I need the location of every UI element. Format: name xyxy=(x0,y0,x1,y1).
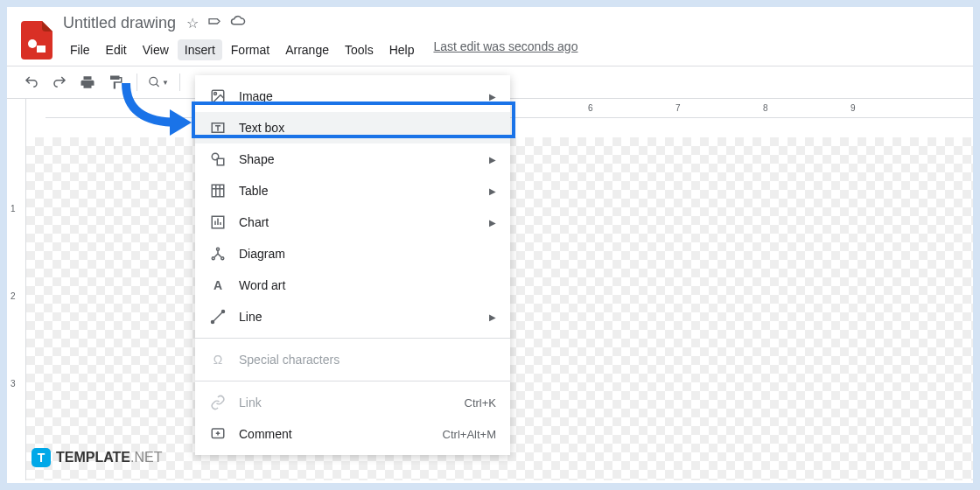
menu-edit[interactable]: Edit xyxy=(99,39,134,60)
menu-label: Word art xyxy=(239,278,285,292)
svg-point-11 xyxy=(212,257,214,260)
separator xyxy=(136,74,137,91)
menu-label: Text box xyxy=(239,121,284,135)
insert-line[interactable]: Line▶ xyxy=(195,301,510,332)
vertical-ruler: 1 2 3 xyxy=(7,99,26,480)
shortcut: Ctrl+K xyxy=(465,396,496,410)
menu-label: Line xyxy=(239,310,262,324)
insert-link[interactable]: LinkCtrl+K xyxy=(195,387,510,418)
table-icon xyxy=(209,182,227,200)
shape-icon xyxy=(209,150,227,168)
menu-label: Chart xyxy=(239,215,269,229)
ruler-tick: 9 xyxy=(850,103,856,113)
menubar: File Edit View Insert Format Arrange Too… xyxy=(63,36,578,66)
header: Untitled drawing ☆ File Edit View Insert… xyxy=(7,7,973,66)
svg-rect-8 xyxy=(212,185,224,197)
chevron-right-icon: ▶ xyxy=(489,186,496,196)
menu-label: Link xyxy=(239,396,262,410)
diagram-icon xyxy=(209,245,227,262)
document-title[interactable]: Untitled drawing xyxy=(63,14,176,32)
chart-icon xyxy=(209,214,227,231)
chevron-right-icon: ▶ xyxy=(489,218,496,228)
link-icon xyxy=(209,394,227,411)
ruler-tick: 6 xyxy=(588,103,593,113)
chevron-right-icon: ▶ xyxy=(489,155,496,164)
watermark-brand: TEMPLATE xyxy=(56,450,130,465)
app-window: Untitled drawing ☆ File Edit View Insert… xyxy=(7,7,973,483)
ruler-tick: 1 xyxy=(10,204,16,214)
separator xyxy=(195,338,510,339)
line-icon xyxy=(209,308,227,326)
svg-point-13 xyxy=(212,321,214,324)
move-icon[interactable] xyxy=(207,15,221,32)
textbox-icon xyxy=(209,119,227,136)
menu-view[interactable]: View xyxy=(136,39,176,60)
ruler-tick: 8 xyxy=(763,103,768,113)
separator xyxy=(195,381,510,382)
ruler-tick: 3 xyxy=(10,379,16,388)
image-icon xyxy=(209,88,227,105)
svg-point-10 xyxy=(217,248,220,250)
menu-label: Diagram xyxy=(239,247,285,261)
menu-label: Special characters xyxy=(239,353,340,367)
menu-arrange[interactable]: Arrange xyxy=(278,39,336,60)
insert-diagram[interactable]: Diagram xyxy=(195,238,510,270)
insert-table[interactable]: Table▶ xyxy=(195,175,510,206)
undo-icon[interactable] xyxy=(21,72,42,93)
comment-icon xyxy=(209,425,227,443)
star-icon[interactable]: ☆ xyxy=(186,15,199,32)
insert-dropdown: Image▶ Text box Shape▶ Table▶ Chart▶ Dia… xyxy=(195,75,510,455)
zoom-icon[interactable]: ▼ xyxy=(148,72,169,93)
menu-label: Table xyxy=(239,184,268,198)
insert-wordart[interactable]: AWord art xyxy=(195,270,510,301)
insert-special-chars[interactable]: ΩSpecial characters xyxy=(195,344,510,375)
svg-point-14 xyxy=(222,311,225,313)
menu-label: Image xyxy=(239,89,273,103)
svg-point-4 xyxy=(214,93,217,95)
menu-file[interactable]: File xyxy=(63,39,97,60)
paint-format-icon[interactable] xyxy=(105,72,126,93)
chevron-right-icon: ▶ xyxy=(489,312,496,322)
insert-textbox[interactable]: Text box xyxy=(195,112,510,144)
last-edit-link[interactable]: Last edit was seconds ago xyxy=(433,39,578,60)
print-icon[interactable] xyxy=(77,72,98,93)
insert-image[interactable]: Image▶ xyxy=(195,80,510,112)
omega-icon: Ω xyxy=(209,351,227,368)
shortcut: Ctrl+Alt+M xyxy=(443,428,496,441)
insert-shape[interactable]: Shape▶ xyxy=(195,144,510,175)
ruler-tick: 7 xyxy=(676,103,681,113)
svg-point-2 xyxy=(150,77,158,85)
watermark-tld: .NET xyxy=(130,450,162,465)
cloud-icon[interactable] xyxy=(230,15,246,32)
menu-help[interactable]: Help xyxy=(382,39,422,60)
insert-chart[interactable]: Chart▶ xyxy=(195,206,510,238)
template-logo-icon: T xyxy=(32,448,51,467)
svg-point-12 xyxy=(221,257,224,260)
menu-format[interactable]: Format xyxy=(224,39,276,60)
redo-icon[interactable] xyxy=(49,72,70,93)
drawings-logo xyxy=(21,21,52,60)
ruler-tick: 2 xyxy=(10,291,16,301)
separator xyxy=(179,74,180,91)
svg-rect-7 xyxy=(217,158,224,165)
menu-label: Shape xyxy=(239,152,274,166)
menu-tools[interactable]: Tools xyxy=(338,39,381,60)
titlebar: Untitled drawing ☆ File Edit View Insert… xyxy=(21,14,959,66)
chevron-right-icon: ▶ xyxy=(489,92,496,102)
wordart-icon: A xyxy=(209,276,227,294)
menu-insert[interactable]: Insert xyxy=(178,39,222,60)
svg-point-0 xyxy=(28,39,37,48)
watermark: T TEMPLATE.NET xyxy=(32,448,162,467)
menu-label: Comment xyxy=(239,427,292,441)
svg-rect-1 xyxy=(37,46,46,52)
insert-comment[interactable]: CommentCtrl+Alt+M xyxy=(195,418,510,450)
